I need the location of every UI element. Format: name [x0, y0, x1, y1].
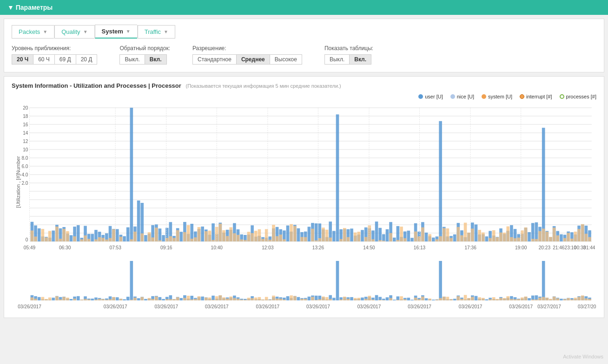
svg-rect-268 [506, 227, 509, 241]
svg-rect-385 [123, 299, 126, 300]
controls-row: Уровень приближения: 20 Ч 60 Ч 69 Д 20 Д… [12, 45, 596, 65]
svg-rect-129 [229, 228, 232, 241]
svg-rect-512 [371, 299, 375, 300]
resolution-high[interactable]: Высокое [270, 54, 302, 65]
tab-quality[interactable]: Quality ▼ [54, 25, 94, 39]
svg-rect-300 [567, 233, 570, 241]
svg-rect-522 [397, 296, 400, 300]
resolution-btn-group: Стандартное Среднее Высокое [192, 54, 302, 65]
main-chart-wrapper: [Utilization , [#]Number 20 18 16 14 [12, 103, 596, 261]
svg-rect-525 [400, 296, 403, 300]
svg-rect-423 [201, 297, 204, 300]
main-chart-svg: [Utilization , [#]Number 20 18 16 14 [12, 103, 596, 261]
svg-rect-93 [162, 235, 165, 241]
svg-text:18: 18 [23, 114, 28, 119]
svg-rect-412 [180, 298, 183, 300]
svg-rect-568 [489, 299, 492, 300]
svg-rect-139 [247, 232, 251, 241]
svg-rect-112 [198, 227, 201, 241]
tables-off[interactable]: Выкл. [324, 54, 349, 65]
svg-rect-387 [130, 261, 133, 300]
svg-rect-143 [254, 231, 258, 241]
svg-rect-362 [77, 296, 80, 300]
svg-rect-184 [336, 114, 339, 241]
zoom-69d[interactable]: 69 Д [54, 54, 76, 65]
svg-rect-137 [244, 240, 247, 241]
svg-rect-65 [101, 238, 105, 241]
svg-rect-342 [34, 299, 37, 300]
svg-rect-248 [467, 233, 470, 241]
svg-rect-477 [300, 299, 304, 300]
svg-rect-570 [492, 297, 496, 300]
tab-system[interactable]: System ▼ [95, 25, 137, 39]
svg-rect-212 [397, 226, 400, 241]
tab-traffic-label: Traffic [145, 28, 161, 35]
svg-rect-536 [425, 298, 428, 300]
svg-rect-95 [165, 238, 169, 241]
tab-traffic[interactable]: Traffic ▼ [138, 25, 175, 39]
svg-rect-541 [436, 299, 439, 300]
zoom-20d[interactable]: 20 Д [76, 54, 98, 65]
zoom-60h[interactable]: 60 Ч [33, 54, 54, 65]
svg-text:14: 14 [23, 130, 28, 136]
svg-rect-584 [517, 299, 520, 300]
svg-rect-443 [237, 299, 240, 300]
svg-rect-605 [556, 299, 559, 300]
svg-rect-405 [165, 299, 169, 300]
svg-rect-180 [325, 230, 329, 241]
svg-rect-371 [94, 299, 98, 300]
zoom-20h[interactable]: 20 Ч [12, 54, 33, 65]
svg-rect-225 [421, 228, 424, 241]
panel-title: ▼ Параметры [7, 4, 53, 11]
svg-text:05:49: 05:49 [24, 245, 36, 250]
svg-rect-169 [304, 237, 307, 241]
tables-on[interactable]: Вкл. [349, 54, 371, 65]
svg-text:8.0: 8.0 [21, 156, 28, 161]
svg-rect-428 [211, 296, 215, 300]
svg-rect-515 [378, 300, 382, 300]
svg-rect-141 [251, 233, 254, 241]
svg-rect-229 [432, 238, 435, 241]
legend-processes-dot [560, 94, 564, 99]
svg-rect-218 [407, 231, 410, 241]
svg-text:16:13: 16:13 [414, 245, 426, 250]
svg-rect-188 [343, 228, 346, 241]
legend-system-label: system [U] [488, 94, 512, 99]
svg-rect-469 [283, 299, 286, 300]
reverse-control: Обратный порядок: Выкл. Вкл. [119, 45, 170, 65]
tab-packets[interactable]: Packets ▼ [12, 25, 54, 39]
svg-rect-59 [91, 234, 94, 241]
svg-text:03/26/2017: 03/26/2017 [509, 304, 533, 309]
svg-rect-312 [588, 237, 591, 241]
tabs-row: Packets ▼ Quality ▼ System ▼ Traffic ▼ [12, 25, 596, 39]
svg-rect-51 [73, 236, 76, 241]
svg-rect-278 [524, 228, 528, 241]
svg-rect-52 [77, 225, 80, 241]
reverse-label: Обратный порядок: [119, 45, 170, 52]
svg-rect-586 [521, 298, 524, 300]
svg-rect-106 [187, 225, 190, 241]
svg-rect-46 [62, 229, 66, 241]
svg-rect-531 [414, 298, 417, 300]
svg-rect-394 [144, 299, 147, 300]
chart-legend: user [U] nice [U] system [U] interrupt [… [12, 94, 596, 99]
resolution-medium[interactable]: Среднее [236, 54, 270, 65]
svg-rect-439 [229, 297, 232, 300]
reverse-on[interactable]: Вкл. [145, 54, 167, 65]
svg-rect-418 [190, 299, 193, 300]
svg-rect-147 [261, 239, 264, 241]
svg-rect-202 [371, 239, 375, 241]
svg-rect-498 [343, 297, 346, 300]
reverse-off[interactable]: Выкл. [119, 54, 144, 65]
svg-rect-595 [538, 298, 542, 300]
svg-rect-358 [66, 298, 69, 300]
svg-text:10:40: 10:40 [211, 245, 223, 250]
legend-user: user [U] [418, 94, 443, 99]
svg-text:2.0: 2.0 [21, 181, 28, 186]
svg-rect-56 [84, 235, 87, 241]
resolution-standard[interactable]: Стандартное [192, 54, 236, 65]
svg-rect-58 [87, 239, 91, 241]
svg-rect-368 [87, 299, 91, 300]
svg-rect-538 [428, 299, 431, 300]
svg-rect-196 [361, 230, 364, 241]
